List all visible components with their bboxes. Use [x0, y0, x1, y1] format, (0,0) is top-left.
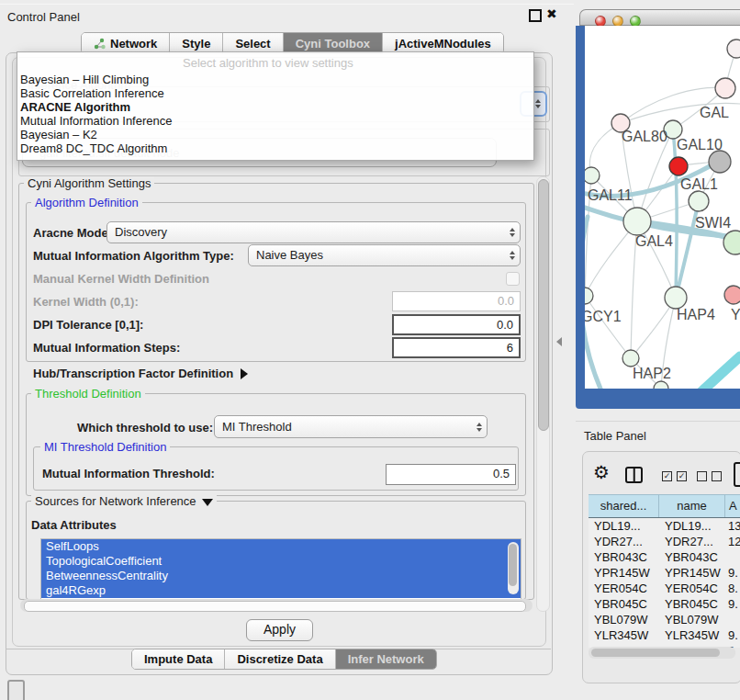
unchecked-pair-icon[interactable]: [697, 471, 722, 481]
table-row[interactable]: YPR145WYPR145W9.: [589, 565, 740, 581]
table-panel: Table Panel ⚙ ✓✓ shared...nameA YDL19...…: [576, 421, 740, 700]
node-label-gcy1: GCY1: [585, 309, 622, 324]
tab-network[interactable]: Network: [82, 33, 169, 53]
network-node[interactable]: [724, 286, 740, 304]
table-cell: YDR27...: [659, 534, 725, 549]
tab-label: Cyni Toolbox: [296, 37, 370, 51]
table-cell: 9.: [725, 627, 740, 643]
scrollbar-thumb[interactable]: [24, 601, 526, 612]
data-attribute-item[interactable]: TopologicalCoefficient: [41, 554, 521, 569]
data-attribute-item[interactable]: BetweennessCentrality: [41, 569, 521, 583]
table-cell: YPR145W: [589, 565, 659, 581]
network-node[interactable]: [585, 167, 600, 184]
settings-vertical-scrollbar[interactable]: [536, 176, 550, 612]
dpi-tolerance-field[interactable]: 0.0: [392, 314, 521, 335]
algorithm-option[interactable]: Bayesian – K2: [19, 128, 532, 141]
algorithm-option[interactable]: Mutual Information Inference: [19, 114, 532, 128]
algorithm-option[interactable]: ARACNE Algorithm: [19, 100, 532, 114]
network-node[interactable]: [709, 151, 731, 173]
hub-definition-label: Hub/Transcription Factor Definition: [33, 367, 233, 380]
settings-horizontal-scrollbar[interactable]: [20, 599, 533, 612]
network-node[interactable]: [623, 208, 651, 235]
tab-style[interactable]: Style: [169, 33, 222, 53]
network-node[interactable]: [715, 78, 735, 98]
algorithm-option[interactable]: Bayesian – Hill Climbing: [19, 73, 532, 86]
manual-kernel-label: Manual Kernel Width Definition: [33, 272, 209, 286]
network-node[interactable]: [654, 381, 668, 389]
table-row[interactable]: YDL19...YDL19...13: [589, 518, 740, 534]
algorithm-placeholder: Select algorithm to view settings: [183, 56, 353, 70]
float-window-icon[interactable]: [529, 9, 542, 22]
table-row[interactable]: YBR045CYBR045C9.: [589, 596, 740, 612]
mi-type-label: Mutual Information Algorithm Type:: [33, 249, 234, 263]
data-attribute-item[interactable]: SelfLoops: [41, 539, 521, 554]
aracne-mode-select[interactable]: Discovery: [107, 221, 521, 243]
mi-steps-field[interactable]: 6: [392, 337, 521, 358]
manual-kernel-checkbox[interactable]: [506, 272, 520, 286]
tab-label: jActiveMNodules: [395, 37, 491, 51]
network-window-titlebar[interactable]: [579, 9, 740, 26]
table-row[interactable]: YLR345WYLR345W9.: [589, 627, 740, 643]
network-node[interactable]: [665, 287, 687, 309]
node-table-panel: ⚙ ✓✓ shared...nameA YDL19...YDL19...13YD…: [582, 451, 740, 683]
network-node[interactable]: [622, 350, 639, 367]
mi-threshold-field[interactable]: 0.5: [386, 464, 516, 485]
scrollbar-thumb[interactable]: [591, 649, 720, 657]
split-pane-handle-icon[interactable]: [556, 337, 562, 346]
table-row[interactable]: YBR043CYBR043C: [589, 549, 740, 565]
table-cell: YBL079W: [589, 612, 659, 627]
screen: Control Panel ✖ NetworkStyleSelectCyni T…: [0, 0, 740, 700]
control-panel-title: Control Panel: [7, 10, 80, 24]
apply-button[interactable]: Apply: [246, 619, 313, 641]
tab-select[interactable]: Select: [222, 33, 282, 53]
table-row[interactable]: YER054CYER054C8.: [589, 581, 740, 596]
bottom-tab-infer-network[interactable]: Infer Network: [335, 649, 436, 669]
tab-cyni-toolbox[interactable]: Cyni Toolbox: [283, 33, 382, 53]
table-cell: YBR043C: [589, 549, 659, 565]
algorithm-option[interactable]: Basic Correlation Inference: [19, 86, 532, 100]
table-row[interactable]: YBL079WYBL079W: [589, 612, 740, 627]
bottom-tab-discretize-data[interactable]: Discretize Data: [224, 649, 334, 669]
column-header-2[interactable]: name: [659, 495, 725, 517]
columns-icon[interactable]: [625, 467, 643, 483]
network-canvas[interactable]: GALGAL80GAL10GAL1GAL11GAL4SWI4GCY1HAP4YH…: [585, 26, 740, 389]
network-node[interactable]: [689, 191, 709, 211]
node-label-gal11: GAL11: [588, 187, 633, 203]
table-row[interactable]: YDR27...YDR27...12: [589, 534, 740, 549]
tab-jactivemnodules[interactable]: jActiveMNodules: [382, 33, 503, 53]
mi-threshold-label: Mutual Information Threshold:: [42, 467, 215, 480]
table-cell: 8.: [725, 581, 740, 596]
sources-title[interactable]: Sources for Network Inference: [31, 494, 217, 508]
node-label-gal: GAL: [700, 105, 729, 120]
data-attribute-item[interactable]: gal4RGexp: [41, 583, 521, 598]
sources-title-text: Sources for Network Inference: [35, 494, 196, 508]
hidden-panel-icon[interactable]: [7, 680, 25, 700]
network-node[interactable]: [669, 157, 688, 175]
table-horizontal-scrollbar[interactable]: [589, 647, 735, 659]
column-header-1[interactable]: shared...: [589, 495, 659, 517]
table-cell: 9.: [725, 596, 740, 612]
data-attributes-list[interactable]: SelfLoopsTopologicalCoefficientBetweenne…: [40, 538, 521, 600]
new-column-icon[interactable]: [734, 462, 740, 487]
scrollbar-thumb[interactable]: [538, 179, 549, 431]
table-cell: 13: [725, 518, 740, 534]
list-scrollbar[interactable]: [508, 542, 519, 594]
table-cell: 9.: [725, 565, 740, 581]
hub-definition-toggle[interactable]: Hub/Transcription Factor Definition: [33, 367, 248, 380]
network-node[interactable]: [585, 288, 593, 304]
table-cell: YBR043C: [659, 549, 725, 565]
network-edge: [673, 130, 677, 298]
table-cell: YLR345W: [659, 627, 725, 643]
close-icon[interactable]: ✖: [546, 6, 557, 21]
cyni-bottom-tabbar: Impute DataDiscretize DataInfer Network: [131, 649, 437, 670]
column-header-3[interactable]: A: [725, 495, 740, 517]
table-cell: YBL079W: [659, 612, 725, 627]
gear-icon[interactable]: ⚙: [593, 461, 610, 483]
which-threshold-select[interactable]: MI Threshold: [214, 415, 488, 438]
node-label-gal1: GAL1: [680, 176, 718, 192]
algorithm-option[interactable]: Dream8 DC_TDC Algorithm: [19, 141, 532, 155]
bottom-tab-impute-data[interactable]: Impute Data: [132, 649, 224, 669]
network-node[interactable]: [727, 40, 740, 58]
mi-type-select[interactable]: Naive Bayes: [248, 244, 521, 266]
checked-pair-icon[interactable]: ✓✓: [662, 471, 687, 481]
